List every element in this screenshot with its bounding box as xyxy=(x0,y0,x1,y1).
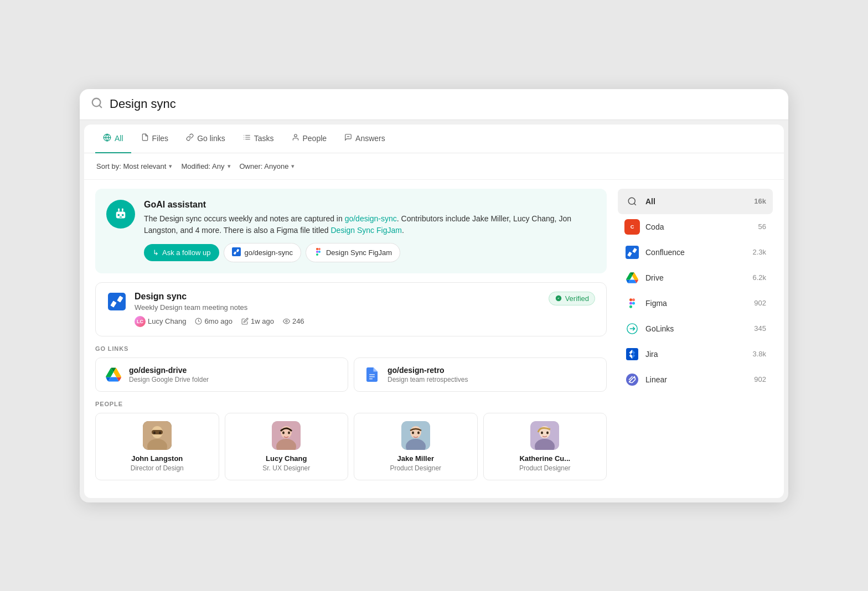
owner-filter[interactable]: Owner: Anyone ▾ xyxy=(239,160,296,173)
result-edited: 1w ago xyxy=(241,317,274,325)
tab-golinks[interactable]: Go links xyxy=(178,125,233,153)
goai-link1[interactable]: go/design-sync xyxy=(345,214,397,223)
svg-point-38 xyxy=(159,431,161,434)
svg-point-45 xyxy=(410,426,421,438)
person-jake-miller[interactable]: Jake Miller Product Designer xyxy=(354,413,478,480)
sidebar-filter-figma[interactable]: Figma 902 xyxy=(618,291,773,316)
svg-rect-25 xyxy=(318,248,321,250)
search-query: Design sync xyxy=(110,97,176,111)
source2-button[interactable]: Design Sync FigJam xyxy=(306,243,400,262)
sidebar-all-icon xyxy=(624,194,640,209)
svg-point-54 xyxy=(628,198,635,204)
golink-docs-body: go/design-retro Design team retrospectiv… xyxy=(388,366,468,383)
person-lucy-chang[interactable]: Lucy Chang Sr. UX Designer xyxy=(225,413,349,480)
svg-rect-22 xyxy=(316,248,318,250)
tab-tasks[interactable]: Tasks xyxy=(235,125,282,153)
sidebar-drive-icon xyxy=(624,270,640,286)
svg-rect-24 xyxy=(316,253,318,256)
goai-body: GoAI assistant The Design sync occurs we… xyxy=(144,200,596,262)
result-meta: LC Lucy Chang 6mo ago 1w ago xyxy=(135,316,541,327)
google-docs-icon xyxy=(363,366,381,383)
goai-title: GoAI assistant xyxy=(144,200,596,210)
main-result-card[interactable]: Design sync Weekly Design team meeting n… xyxy=(95,282,607,336)
goai-card: GoAI assistant The Design sync occurs we… xyxy=(95,189,607,273)
tab-people[interactable]: People xyxy=(284,125,335,153)
tab-files-icon xyxy=(141,133,149,143)
svg-rect-23 xyxy=(316,251,318,253)
tab-all-icon xyxy=(103,133,111,143)
sidebar-filter-jira[interactable]: Jira 3.8k xyxy=(618,341,773,367)
golink-drive-body: go/design-drive Design Google Drive fold… xyxy=(129,366,209,383)
people-section-header: PEOPLE xyxy=(95,401,607,407)
people-grid: John Langston Director of Design xyxy=(95,413,607,480)
svg-point-10 xyxy=(294,134,297,137)
svg-point-52 xyxy=(541,431,543,434)
sort-chevron-icon: ▾ xyxy=(169,163,172,170)
goai-avatar xyxy=(106,200,135,229)
sidebar-filter-confluence[interactable]: Confluence 2.3k xyxy=(618,240,773,265)
tab-tasks-icon xyxy=(243,133,251,143)
svg-rect-32 xyxy=(369,379,373,379)
golinks-section-header: GO LINKS xyxy=(95,345,607,352)
confluence-icon xyxy=(232,247,241,258)
goai-link2[interactable]: Design Sync FigJam xyxy=(330,226,401,235)
svg-point-14 xyxy=(117,214,120,216)
svg-point-53 xyxy=(546,431,549,434)
golinks-grid: go/design-drive Design Google Drive fold… xyxy=(95,357,607,392)
svg-rect-61 xyxy=(629,305,632,308)
sidebar-filter-linear[interactable]: Linear 902 xyxy=(618,367,773,392)
sidebar-filter-coda[interactable]: C Coda 56 xyxy=(618,214,773,240)
svg-point-20 xyxy=(122,208,123,210)
golink-item-docs[interactable]: go/design-retro Design team retrospectiv… xyxy=(354,357,607,392)
tab-files-label: Files xyxy=(152,134,169,143)
tab-golinks-icon xyxy=(186,133,194,143)
goai-actions: ↳ Ask a follow up go/design-sync xyxy=(144,243,596,262)
sidebar-filter-golinks[interactable]: GoLinks 345 xyxy=(618,316,773,341)
svg-point-42 xyxy=(282,431,285,434)
ask-followup-button[interactable]: ↳ Ask a follow up xyxy=(144,244,219,261)
sidebar-filter-drive[interactable]: Drive 6.2k xyxy=(618,265,773,291)
result-confluence-icon xyxy=(107,292,127,312)
svg-rect-65 xyxy=(626,374,638,386)
tab-all[interactable]: All xyxy=(95,125,131,153)
verified-badge: Verified xyxy=(549,292,595,305)
svg-rect-59 xyxy=(629,298,632,301)
goai-text: The Design sync occurs weekly and notes … xyxy=(144,213,596,236)
tab-golinks-label: Go links xyxy=(197,134,225,143)
svg-point-48 xyxy=(417,431,420,434)
modified-filter[interactable]: Modified: Any ▾ xyxy=(180,160,231,173)
sidebar-golinks-icon xyxy=(624,321,640,336)
tabs-bar: All Files Go links Tasks xyxy=(84,125,784,153)
svg-point-47 xyxy=(412,431,414,434)
lucy-avatar-card xyxy=(272,421,301,450)
person-john-langston[interactable]: John Langston Director of Design xyxy=(95,413,219,480)
person-katherine[interactable]: Katherine Cu... Product Designer xyxy=(483,413,607,480)
author-avatar: LC xyxy=(135,316,146,327)
tab-people-label: People xyxy=(303,134,327,143)
svg-rect-21 xyxy=(232,247,241,256)
sidebar-jira-icon xyxy=(624,346,640,362)
golink-item-drive[interactable]: go/design-drive Design Google Drive fold… xyxy=(95,357,348,392)
svg-rect-63 xyxy=(632,302,635,304)
svg-rect-36 xyxy=(152,430,163,434)
tab-all-label: All xyxy=(115,134,123,143)
svg-rect-27 xyxy=(108,293,126,310)
sidebar-figma-icon xyxy=(624,296,640,311)
svg-point-29 xyxy=(286,320,287,322)
result-body: Design sync Weekly Design team meeting n… xyxy=(135,292,541,327)
sidebar-filter-all[interactable]: All 16k xyxy=(618,189,773,214)
tab-tasks-label: Tasks xyxy=(254,134,274,143)
tab-answers-label: Answers xyxy=(355,134,385,143)
search-icon xyxy=(91,97,103,112)
followup-icon: ↳ xyxy=(153,248,159,257)
svg-rect-26 xyxy=(318,251,321,253)
result-subtitle: Weekly Design team meeting notes xyxy=(135,303,541,312)
modified-chevron-icon: ▾ xyxy=(228,163,231,170)
source1-button[interactable]: go/design-sync xyxy=(224,243,301,262)
tab-answers[interactable]: Answers xyxy=(337,125,393,153)
svg-rect-58 xyxy=(626,246,639,259)
svg-rect-30 xyxy=(369,374,375,375)
result-author: LC Lucy Chang xyxy=(135,316,186,327)
sort-filter[interactable]: Sort by: Most relevant ▾ xyxy=(95,160,173,173)
tab-files[interactable]: Files xyxy=(133,125,177,153)
